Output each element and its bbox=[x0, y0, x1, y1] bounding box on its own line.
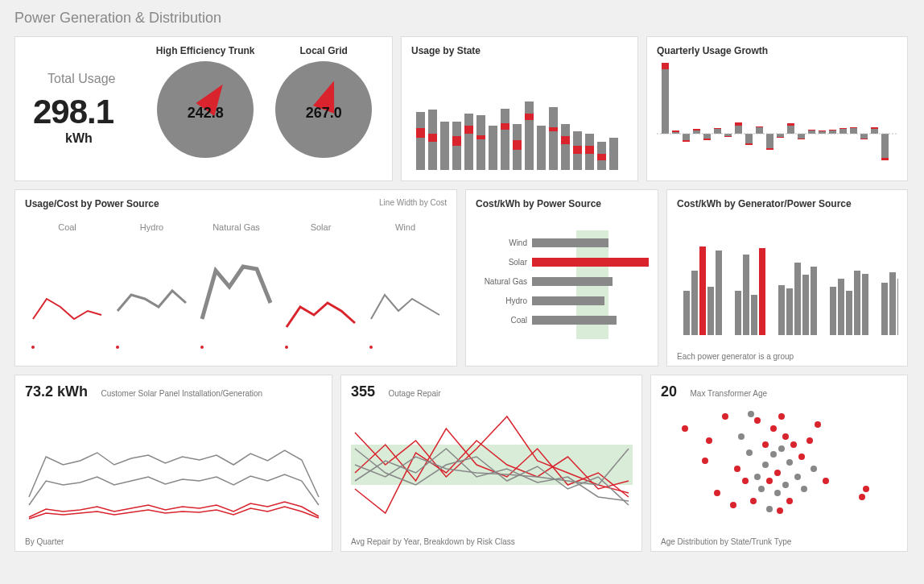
scatter-value: 20 bbox=[661, 383, 677, 400]
chart-usage-by-state[interactable] bbox=[411, 61, 629, 174]
svg-rect-49 bbox=[693, 130, 700, 134]
svg-rect-75 bbox=[829, 130, 836, 134]
svg-rect-10 bbox=[464, 134, 473, 170]
svg-rect-102 bbox=[532, 258, 649, 267]
gauge-lg-title: Local Grid bbox=[275, 45, 372, 56]
svg-rect-50 bbox=[693, 129, 700, 130]
svg-rect-0 bbox=[416, 138, 425, 170]
svg-rect-125 bbox=[846, 291, 852, 335]
svg-point-97 bbox=[369, 346, 373, 349]
svg-rect-23 bbox=[525, 120, 534, 170]
svg-rect-44 bbox=[662, 63, 669, 69]
cost-gen-caption: Each power generator is a group bbox=[677, 352, 794, 361]
svg-rect-15 bbox=[476, 115, 485, 135]
svg-rect-5 bbox=[428, 110, 437, 134]
svg-rect-86 bbox=[881, 158, 889, 160]
page-title: Power Generation & Distribution bbox=[14, 10, 910, 27]
solar-caption: By Quarter bbox=[25, 537, 64, 546]
svg-point-146 bbox=[762, 462, 769, 468]
svg-rect-47 bbox=[683, 134, 690, 140]
svg-rect-72 bbox=[808, 130, 815, 130]
chart-usage-cost-source[interactable]: CoalHydroNatural GasSolarWind bbox=[25, 214, 448, 359]
panel-cost-kwh-source: Cost/kWh by Power Source WindSolarNatura… bbox=[465, 189, 658, 367]
svg-rect-60 bbox=[745, 143, 753, 145]
usage-by-state-title: Usage by State bbox=[411, 45, 628, 56]
svg-rect-130 bbox=[897, 279, 898, 335]
svg-text:Wind: Wind bbox=[395, 222, 415, 232]
svg-rect-58 bbox=[735, 122, 742, 126]
total-usage-label: Total Usage bbox=[47, 72, 116, 86]
svg-point-141 bbox=[750, 498, 757, 504]
svg-point-91 bbox=[116, 346, 119, 349]
svg-rect-16 bbox=[489, 126, 497, 170]
chart-cost-kwh-generator[interactable] bbox=[677, 214, 898, 343]
svg-rect-42 bbox=[609, 138, 618, 170]
svg-rect-39 bbox=[597, 160, 606, 170]
svg-point-147 bbox=[766, 478, 773, 484]
svg-rect-43 bbox=[662, 69, 669, 134]
svg-point-154 bbox=[778, 413, 785, 420]
total-usage-unit: kWh bbox=[65, 131, 93, 146]
svg-rect-81 bbox=[860, 134, 868, 139]
svg-rect-29 bbox=[549, 107, 558, 127]
svg-text:Hydro: Hydro bbox=[140, 222, 163, 232]
svg-rect-13 bbox=[476, 139, 485, 170]
panel-total-usage: Total Usage 298.1 kWh High Efficiency Tr… bbox=[14, 36, 393, 181]
svg-point-167 bbox=[859, 494, 865, 500]
svg-rect-118 bbox=[778, 285, 785, 335]
svg-rect-109 bbox=[683, 291, 690, 335]
svg-rect-22 bbox=[513, 124, 522, 140]
panel-customer-solar: 73.2 kWh Customer Solar Panel Installati… bbox=[14, 375, 332, 552]
usage-cost-subtitle: Line Width by Cost bbox=[379, 198, 447, 207]
quarterly-growth-title: Quarterly Usage Growth bbox=[657, 45, 897, 56]
svg-rect-74 bbox=[819, 130, 826, 131]
svg-rect-114 bbox=[735, 291, 741, 335]
svg-rect-52 bbox=[703, 139, 711, 140]
svg-point-151 bbox=[774, 470, 781, 476]
chart-transformer-age[interactable] bbox=[661, 400, 898, 529]
panel-quarterly-growth: Quarterly Usage Growth bbox=[646, 36, 908, 181]
svg-point-133 bbox=[682, 425, 688, 432]
gauge-het-value: 242.8 bbox=[157, 105, 254, 122]
svg-rect-54 bbox=[714, 128, 721, 129]
gauge-het[interactable]: 242.8 bbox=[157, 61, 254, 158]
svg-text:Wind: Wind bbox=[509, 238, 527, 247]
svg-rect-115 bbox=[743, 255, 749, 335]
gauge-lg-value: 267.0 bbox=[275, 105, 372, 122]
svg-point-171 bbox=[748, 411, 754, 417]
solar-value: 73.2 kWh bbox=[25, 383, 88, 400]
svg-point-136 bbox=[730, 502, 736, 508]
panel-usage-by-state: Usage by State bbox=[401, 36, 638, 181]
chart-customer-solar[interactable] bbox=[25, 400, 323, 529]
svg-rect-26 bbox=[537, 126, 546, 170]
chart-cost-kwh-source[interactable]: WindSolarNatural GasHydroCoal bbox=[476, 214, 649, 359]
svg-point-143 bbox=[754, 417, 761, 424]
gauge-lg[interactable]: 267.0 bbox=[275, 61, 372, 158]
svg-point-161 bbox=[798, 454, 805, 460]
svg-rect-48 bbox=[683, 140, 690, 142]
scatter-subtitle: Max Transformer Age bbox=[690, 389, 767, 398]
svg-point-163 bbox=[806, 437, 813, 444]
svg-rect-79 bbox=[850, 128, 857, 134]
svg-point-165 bbox=[815, 421, 821, 428]
svg-rect-8 bbox=[452, 136, 461, 146]
svg-point-160 bbox=[794, 474, 801, 480]
svg-point-135 bbox=[714, 490, 720, 496]
svg-rect-38 bbox=[585, 134, 594, 146]
svg-rect-17 bbox=[501, 130, 509, 170]
solar-subtitle: Customer Solar Panel Installation/Genera… bbox=[101, 389, 262, 398]
svg-rect-66 bbox=[777, 137, 784, 138]
chart-outage-repair[interactable] bbox=[351, 400, 633, 529]
svg-rect-56 bbox=[724, 136, 732, 137]
svg-rect-78 bbox=[839, 128, 847, 129]
svg-rect-84 bbox=[871, 127, 878, 129]
chart-quarterly-growth[interactable] bbox=[657, 61, 898, 174]
svg-rect-59 bbox=[745, 134, 753, 143]
svg-rect-4 bbox=[428, 134, 437, 142]
outage-subtitle: Outage Repair bbox=[389, 389, 441, 398]
svg-rect-82 bbox=[860, 139, 868, 139]
svg-rect-35 bbox=[573, 131, 582, 146]
svg-rect-41 bbox=[597, 142, 606, 154]
svg-rect-83 bbox=[871, 129, 878, 134]
svg-rect-64 bbox=[766, 148, 773, 150]
